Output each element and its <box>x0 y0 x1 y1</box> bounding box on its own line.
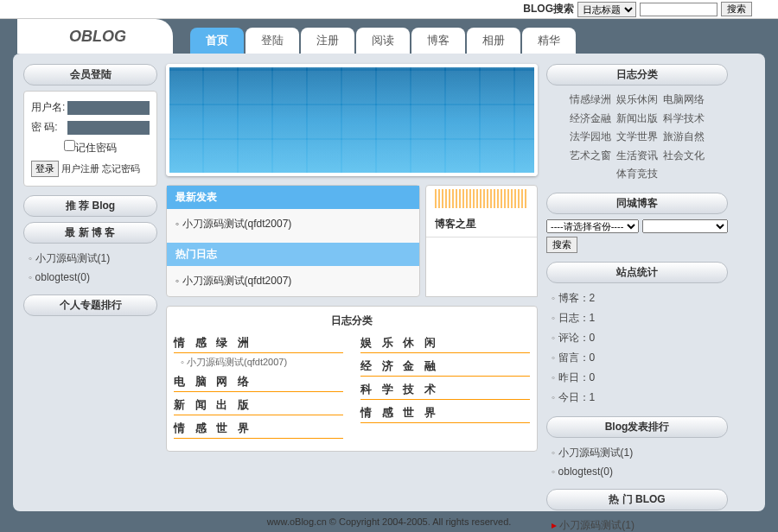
tag-link[interactable]: 生活资讯 <box>616 149 658 162</box>
tag-link[interactable]: 电脑网络 <box>663 93 705 105</box>
tab-login[interactable]: 登陆 <box>246 28 299 54</box>
list-item[interactable]: 小刀源码测试(1) <box>29 249 157 269</box>
main-content: 会员登陆 用户名: 密 码: 记住密码 登录 用户注册 忘记密码 推 荐 Blo… <box>13 54 765 511</box>
header: OBLOG 首页 登陆 注册 阅读 博客 相册 精华 <box>0 19 778 54</box>
search-label: BLOG搜索 <box>523 2 574 16</box>
star-header: 博客之星 <box>426 212 537 238</box>
cat-item[interactable]: 小刀源码测试(qfdt2007) <box>174 353 343 369</box>
right-column: 日志分类 情感绿洲娱乐休闲电脑网络 经济金融新闻出版科学技术 法学园地文学世界旅… <box>546 64 728 501</box>
cat-name[interactable]: 娱 乐 休 闲 <box>360 335 530 353</box>
sparkline-icon <box>435 189 528 208</box>
stat-item: 今日：1 <box>552 388 728 408</box>
logo: OBLOG <box>17 19 173 54</box>
right-cat-title: 日志分类 <box>546 64 728 86</box>
tab-blog[interactable]: 博客 <box>411 28 465 54</box>
login-button[interactable]: 登录 <box>31 161 59 177</box>
tag-link[interactable]: 经济金融 <box>570 112 611 124</box>
forgot-link[interactable]: 忘记密码 <box>102 162 140 175</box>
hot-blog-list: 小刀源码测试(1) oblogtest(0) <box>546 516 728 532</box>
tab-album[interactable]: 相册 <box>467 28 520 54</box>
cat-name[interactable]: 经 济 金 融 <box>360 358 530 377</box>
search-type-select[interactable]: 日志标题 <box>577 2 636 17</box>
login-box: 用户名: 密 码: 记住密码 登录 用户注册 忘记密码 <box>23 91 157 187</box>
stat-item: 日志：1 <box>552 308 728 328</box>
cat-name[interactable]: 情 感 世 界 <box>174 421 343 439</box>
tag-link[interactable]: 法学园地 <box>570 130 611 142</box>
publish-rank-list: 小刀源码测试(1) oblogtest(0) <box>546 443 728 480</box>
stat-item: 昨日：0 <box>552 368 728 388</box>
login-panel-title: 会员登陆 <box>23 64 157 86</box>
password-input[interactable] <box>67 121 150 135</box>
stat-item: 留言：0 <box>552 348 728 368</box>
username-label: 用户名: <box>31 100 67 115</box>
tag-link[interactable]: 社会文化 <box>663 149 705 162</box>
cat-name[interactable]: 情 感 世 界 <box>360 405 530 423</box>
search-button[interactable]: 搜索 <box>721 2 752 16</box>
tab-read[interactable]: 阅读 <box>356 28 410 54</box>
newest-title: 最 新 博 客 <box>23 222 157 244</box>
city-select[interactable] <box>642 219 728 233</box>
tab-register[interactable]: 注册 <box>301 28 354 54</box>
city-title: 同城博客 <box>546 193 728 214</box>
cat-name[interactable]: 情 感 绿 洲 <box>174 335 343 353</box>
top-search-bar: BLOG搜索 日志标题 搜索 <box>0 0 778 19</box>
tag-cloud: 情感绿洲娱乐休闲电脑网络 经济金融新闻出版科学技术 法学园地文学世界旅游自然 艺… <box>546 91 728 184</box>
category-title: 日志分类 <box>174 314 530 328</box>
newest-list: 小刀源码测试(1) oblogtest(0) <box>23 249 157 286</box>
cat-name[interactable]: 科 学 技 术 <box>360 382 530 400</box>
search-input[interactable] <box>640 3 717 16</box>
left-column: 会员登陆 用户名: 密 码: 记住密码 登录 用户注册 忘记密码 推 荐 Blo… <box>23 64 157 501</box>
province-select[interactable]: ----请选择省份---- <box>546 219 639 233</box>
nav-tabs: 首页 登陆 注册 阅读 博客 相册 精华 <box>190 28 576 54</box>
city-search-button[interactable]: 搜索 <box>546 237 577 253</box>
blog-star-box: 博客之星 <box>425 185 538 297</box>
post-item[interactable]: 小刀源码测试(qfdt2007) <box>175 214 411 234</box>
tag-link[interactable]: 情感绿洲 <box>570 93 611 105</box>
tag-link[interactable]: 旅游自然 <box>663 130 705 142</box>
list-item[interactable]: 小刀源码测试(1) <box>552 516 728 532</box>
cat-name[interactable]: 新 闻 出 版 <box>174 397 343 415</box>
stats-title: 站点统计 <box>546 262 728 283</box>
tag-link[interactable]: 文学世界 <box>616 130 658 142</box>
category-section: 日志分类 情 感 绿 洲小刀源码测试(qfdt2007) 电 脑 网 络 新 闻… <box>166 306 538 452</box>
tag-link[interactable]: 体育竞技 <box>616 168 658 180</box>
middle-column: 最新发表 小刀源码测试(qfdt2007) 热门日志 小刀源码测试(qfdt20… <box>166 64 538 501</box>
stats-list: 博客：2 日志：1 评论：0 留言：0 昨日：0 今日：1 <box>546 288 728 408</box>
remember-checkbox[interactable] <box>64 140 75 151</box>
publish-rank-title: Blog发表排行 <box>546 416 728 438</box>
tag-link[interactable]: 娱乐休闲 <box>616 93 658 105</box>
hot-header: 热门日志 <box>167 243 419 266</box>
stat-item: 评论：0 <box>552 328 728 348</box>
hot-blog-title: 热 门 BLOG <box>546 489 728 510</box>
list-item[interactable]: 小刀源码测试(1) <box>552 443 728 463</box>
tab-best[interactable]: 精华 <box>522 28 576 54</box>
recommend-title: 推 荐 Blog <box>23 195 157 217</box>
post-item[interactable]: 小刀源码测试(qfdt2007) <box>175 271 411 291</box>
cat-name[interactable]: 电 脑 网 络 <box>174 374 343 392</box>
list-item[interactable]: oblogtest(0) <box>552 463 728 480</box>
list-item[interactable]: oblogtest(0) <box>29 269 157 286</box>
tab-home[interactable]: 首页 <box>190 28 244 54</box>
latest-header: 最新发表 <box>167 186 419 209</box>
rank-title: 个人专题排行 <box>23 294 157 316</box>
username-input[interactable] <box>67 101 150 115</box>
stat-item: 博客：2 <box>552 288 728 308</box>
latest-posts-box: 最新发表 小刀源码测试(qfdt2007) 热门日志 小刀源码测试(qfdt20… <box>166 185 420 297</box>
tag-link[interactable]: 艺术之窗 <box>570 149 611 162</box>
register-link[interactable]: 用户注册 <box>61 162 99 175</box>
tag-link[interactable]: 新闻出版 <box>616 112 658 124</box>
password-label: 密 码: <box>31 120 67 135</box>
remember-label: 记住密码 <box>75 142 117 154</box>
tag-link[interactable]: 科学技术 <box>663 112 705 124</box>
hero-banner <box>166 64 538 176</box>
